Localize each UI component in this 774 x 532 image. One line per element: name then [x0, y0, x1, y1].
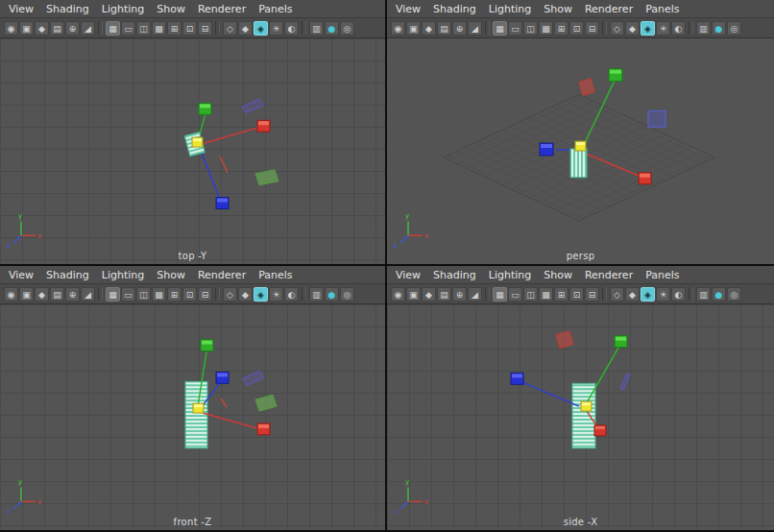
green-cube[interactable] — [199, 103, 211, 114]
yellow-cube[interactable] — [575, 141, 586, 151]
textured-display-icon[interactable]: ◈ — [641, 287, 655, 302]
select-camera-icon[interactable]: ◉ — [4, 21, 18, 36]
menu-lighting[interactable]: Lighting — [489, 3, 531, 15]
viewport-side[interactable]: y x z side -X — [387, 304, 774, 530]
menu-lighting[interactable]: Lighting — [102, 3, 144, 15]
camera-bookmark-icon[interactable]: ◆ — [35, 287, 49, 302]
purple-cube[interactable] — [648, 110, 665, 127]
image-plane-icon[interactable]: ▤ — [50, 21, 64, 36]
default-material-icon[interactable]: ● — [325, 287, 339, 302]
textured-display-icon[interactable]: ◈ — [254, 287, 268, 302]
menu-shading[interactable]: Shading — [46, 3, 89, 15]
lock-camera-icon[interactable]: ▣ — [19, 21, 34, 36]
resolution-gate-icon[interactable]: ◫ — [523, 287, 538, 302]
red-connection-line[interactable] — [203, 413, 260, 429]
field-chart-icon[interactable]: ⊞ — [167, 287, 181, 302]
pan-zoom-icon[interactable]: ⊕ — [65, 21, 80, 36]
green-plane[interactable] — [255, 395, 277, 411]
grease-pencil-icon[interactable]: ◢ — [468, 21, 482, 36]
grid-toggle-icon[interactable]: ▦ — [493, 21, 507, 36]
resolution-gate-icon[interactable]: ◫ — [523, 21, 538, 36]
menu-panels[interactable]: Panels — [258, 269, 292, 281]
menu-shading[interactable]: Shading — [433, 269, 476, 281]
wireframe-display-icon[interactable]: ◇ — [610, 287, 624, 302]
menu-view[interactable]: View — [396, 3, 421, 15]
pan-zoom-icon[interactable]: ⊕ — [65, 287, 80, 302]
shadows-display-icon[interactable]: ◐ — [671, 21, 686, 36]
grease-pencil-icon[interactable]: ◢ — [468, 287, 482, 302]
field-chart-icon[interactable]: ⊞ — [554, 287, 568, 302]
default-material-icon[interactable]: ● — [325, 21, 339, 36]
red-tick-line[interactable] — [220, 157, 228, 173]
viewport-canvas-top[interactable]: y x z — [0, 38, 385, 264]
safe-action-icon[interactable]: ⊡ — [569, 21, 584, 36]
lock-camera-icon[interactable]: ▣ — [406, 287, 421, 302]
viewport-persp[interactable]: y x z persp — [387, 38, 774, 264]
image-plane-icon[interactable]: ▤ — [437, 21, 451, 36]
red-tick-line[interactable] — [221, 399, 227, 407]
striped-plane[interactable] — [185, 381, 207, 447]
field-chart-icon[interactable]: ⊞ — [167, 21, 181, 36]
select-camera-icon[interactable]: ◉ — [391, 287, 405, 302]
menu-renderer[interactable]: Renderer — [585, 269, 633, 281]
grid-toggle-icon[interactable]: ▦ — [106, 21, 120, 36]
viewport-canvas-persp[interactable]: y x z — [387, 38, 774, 264]
purple-plane[interactable] — [242, 99, 263, 112]
select-camera-icon[interactable]: ◉ — [391, 21, 405, 36]
smooth-shade-display-icon[interactable]: ◆ — [238, 287, 253, 302]
red-connection-line[interactable] — [205, 127, 260, 143]
menu-lighting[interactable]: Lighting — [489, 269, 531, 281]
gate-mask-icon[interactable]: ▩ — [152, 287, 166, 302]
field-chart-icon[interactable]: ⊞ — [554, 21, 568, 36]
menu-show[interactable]: Show — [544, 269, 572, 281]
smooth-shade-display-icon[interactable]: ◆ — [625, 287, 640, 302]
isolate-select-icon[interactable]: ◎ — [340, 21, 354, 36]
green-cube[interactable] — [201, 340, 213, 351]
menu-panels[interactable]: Panels — [645, 3, 679, 15]
film-gate-icon[interactable]: ▭ — [121, 21, 135, 36]
grid-toggle-icon[interactable]: ▦ — [106, 287, 120, 302]
textured-display-icon[interactable]: ◈ — [254, 21, 268, 36]
blue-cube[interactable] — [216, 198, 229, 209]
blue-connection-line[interactable] — [199, 146, 221, 203]
safe-title-icon[interactable]: ⊟ — [198, 21, 212, 36]
green-cube[interactable] — [615, 336, 627, 348]
menu-panels[interactable]: Panels — [258, 3, 292, 15]
menu-lighting[interactable]: Lighting — [102, 269, 144, 281]
red-plane[interactable] — [556, 331, 573, 349]
red-plane[interactable] — [579, 79, 594, 96]
menu-shading[interactable]: Shading — [46, 269, 89, 281]
menu-renderer[interactable]: Renderer — [198, 269, 246, 281]
red-cube[interactable] — [257, 423, 270, 435]
menu-panels[interactable]: Panels — [645, 269, 679, 281]
red-cube[interactable] — [639, 173, 651, 184]
lock-camera-icon[interactable]: ▣ — [19, 287, 34, 302]
safe-action-icon[interactable]: ⊡ — [569, 287, 584, 302]
striped-cylinder[interactable] — [570, 149, 587, 178]
lights-display-icon[interactable]: ☀ — [269, 21, 283, 36]
wireframe-display-icon[interactable]: ◇ — [223, 287, 237, 302]
purple-plane[interactable] — [620, 373, 630, 390]
menu-renderer[interactable]: Renderer — [198, 3, 246, 15]
blue-cube[interactable] — [216, 372, 229, 383]
default-material-icon[interactable]: ● — [712, 287, 726, 302]
film-gate-icon[interactable]: ▭ — [508, 21, 522, 36]
menu-show[interactable]: Show — [157, 269, 185, 281]
gate-mask-icon[interactable]: ▩ — [539, 21, 553, 36]
xray-display-icon[interactable]: ▥ — [309, 21, 324, 36]
viewport-canvas-front[interactable]: y x z — [0, 304, 385, 530]
blue-connection-line[interactable] — [519, 380, 579, 406]
lights-display-icon[interactable]: ☀ — [656, 287, 670, 302]
red-cube[interactable] — [594, 425, 606, 436]
shadows-display-icon[interactable]: ◐ — [671, 287, 686, 302]
grease-pencil-icon[interactable]: ◢ — [81, 287, 95, 302]
blue-cube[interactable] — [540, 143, 553, 156]
xray-display-icon[interactable]: ▥ — [696, 21, 711, 36]
camera-bookmark-icon[interactable]: ◆ — [422, 21, 436, 36]
pan-zoom-icon[interactable]: ⊕ — [452, 287, 467, 302]
green-connection-line[interactable] — [586, 345, 620, 404]
xray-display-icon[interactable]: ▥ — [309, 287, 324, 302]
film-gate-icon[interactable]: ▭ — [508, 287, 522, 302]
viewport-canvas-side[interactable]: y x z — [387, 304, 774, 530]
menu-view[interactable]: View — [396, 269, 421, 281]
